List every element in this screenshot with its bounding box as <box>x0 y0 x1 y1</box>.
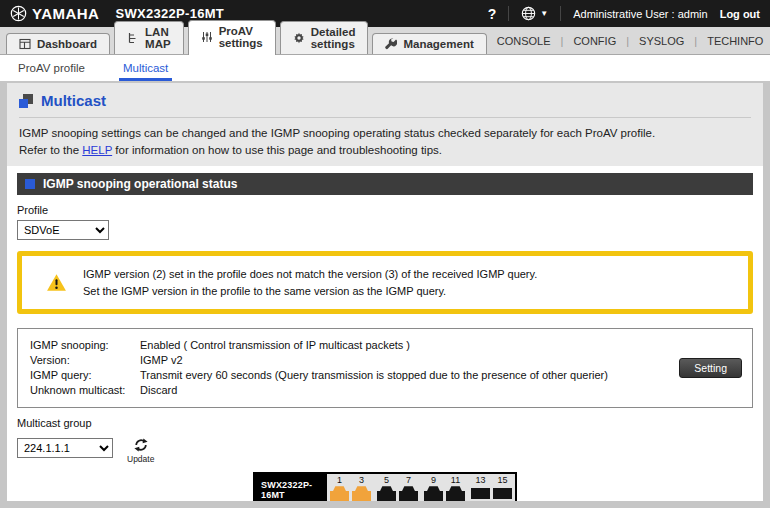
tab-proav-settings[interactable]: ProAV settings <box>188 20 276 55</box>
page-content: Multicast IGMP snooping settings can be … <box>7 83 763 501</box>
status-value: Transmit every 60 seconds (Query transmi… <box>140 368 698 383</box>
chassis-model-label: SWX2322P-16MT <box>255 474 327 501</box>
port-column: 12 <box>330 475 349 501</box>
port-number: 11 <box>451 475 460 485</box>
warning-line2: Set the IGMP version in the profile to t… <box>83 285 446 297</box>
title-band: Multicast IGMP snooping settings can be … <box>7 83 763 166</box>
dashboard-icon <box>19 38 31 50</box>
logout-button[interactable]: Log out <box>720 8 760 20</box>
section-header: IGMP snooping operational status <box>17 173 753 195</box>
port-number: 5 <box>384 475 389 485</box>
chevron-down-icon: ▼ <box>540 9 548 18</box>
separator <box>560 6 561 21</box>
status-row: IGMP query:Transmit every 60 seconds (Qu… <box>30 368 740 383</box>
status-row: Unknown multicast:Discard <box>30 383 740 398</box>
port-column: 1314 <box>471 475 490 501</box>
port-number: 7 <box>406 475 411 485</box>
warning-text: IGMP version (2) set in the profile does… <box>83 266 537 299</box>
port-11 <box>446 486 465 501</box>
port-7 <box>399 486 418 501</box>
port-column: 1112 <box>446 475 465 501</box>
profile-select[interactable]: SDVoE <box>17 220 109 240</box>
port-panel: 123456789101112131415Q16 <box>327 474 515 501</box>
port-13 <box>471 488 490 499</box>
port-number: 9 <box>431 475 436 485</box>
tab-label: Dashboard <box>37 38 97 50</box>
tab-label: ProAV settings <box>219 25 263 49</box>
warning-line1: IGMP version (2) set in the profile does… <box>83 268 537 280</box>
description-line1: IGMP snooping settings can be changed an… <box>19 127 655 139</box>
port-5 <box>377 486 396 501</box>
port-number: 3 <box>359 475 364 485</box>
port-3 <box>352 486 371 501</box>
status-label: Version: <box>30 353 140 368</box>
status-label: IGMP snooping: <box>30 338 140 353</box>
lan-map-icon <box>127 32 139 44</box>
port-15 <box>493 488 512 499</box>
port-column: 78 <box>399 475 418 501</box>
utility-link-config[interactable]: CONFIG <box>563 35 626 47</box>
profile-label: Profile <box>17 204 753 216</box>
update-label: Update <box>127 454 154 464</box>
proav-sliders-icon <box>201 31 213 43</box>
subtab-proav-profile[interactable]: ProAV profile <box>14 55 89 81</box>
tab-management[interactable]: Management <box>372 33 486 54</box>
section-marker-icon <box>25 179 35 189</box>
refresh-icon <box>133 437 149 453</box>
port-number: 15 <box>497 475 507 485</box>
status-label: IGMP query: <box>30 368 140 383</box>
utility-link-syslog[interactable]: SYSLOG <box>629 35 694 47</box>
tab-label: Detailed settings <box>311 26 356 50</box>
status-row: IGMP snooping:Enabled ( Control transmis… <box>30 338 740 353</box>
sub-nav-bar: ProAV profileMulticast <box>0 55 770 81</box>
tab-label: LAN MAP <box>145 26 171 50</box>
wrench-icon <box>385 38 397 50</box>
status-value: Discard <box>140 383 267 398</box>
switch-chassis-graphic: SWX2322P-16MT 123456789101112131415Q16 <box>253 472 517 501</box>
main-tabs: DashboardLAN MAPProAV settingsDetailed s… <box>6 20 487 54</box>
page-title-icon <box>19 94 33 108</box>
igmp-status-box: IGMP snooping:Enabled ( Control transmis… <box>17 328 753 407</box>
utility-link-techinfo[interactable]: TECHINFO <box>697 35 770 47</box>
page-title: Multicast <box>41 92 106 109</box>
device-model: SWX2322P-16MT <box>115 6 224 21</box>
separator <box>508 6 509 21</box>
status-label: Unknown multicast: <box>30 383 140 398</box>
globe-icon <box>521 6 536 21</box>
main-nav-bar: DashboardLAN MAPProAV settingsDetailed s… <box>0 27 770 55</box>
status-value: Enabled ( Control transmission of IP mul… <box>140 338 500 353</box>
port-number: 13 <box>475 475 485 485</box>
description-line2-prefix: Refer to the <box>19 144 82 156</box>
multicast-group-select[interactable]: 224.1.1.1 <box>17 438 113 458</box>
port-column: 56 <box>377 475 396 501</box>
utility-link-console[interactable]: CONSOLE <box>487 35 561 47</box>
tab-detailed-settings[interactable]: Detailed settings <box>280 21 369 54</box>
gear-icon <box>293 32 305 44</box>
help-link[interactable]: HELP <box>82 144 112 156</box>
tab-lan-map[interactable]: LAN MAP <box>114 21 184 54</box>
warning-triangle-icon <box>46 273 67 292</box>
help-icon[interactable]: ? <box>488 6 497 22</box>
logged-in-user: Administrative User : admin <box>573 8 708 20</box>
status-rows: IGMP snooping:Enabled ( Control transmis… <box>30 338 740 397</box>
tab-dashboard[interactable]: Dashboard <box>6 33 110 54</box>
multicast-group-label: Multicast group <box>17 417 753 429</box>
setting-button[interactable]: Setting <box>679 358 742 378</box>
port-column: 34 <box>352 475 371 501</box>
status-value: IGMP v2 <box>140 353 273 368</box>
port-number: 1 <box>337 475 342 485</box>
port-1 <box>330 486 349 501</box>
utility-links: CONSOLE|CONFIG|SYSLOG|TECHINFO <box>487 35 770 54</box>
language-selector[interactable]: ▼ <box>521 6 548 21</box>
port-9 <box>424 486 443 501</box>
page-frame: Multicast IGMP snooping settings can be … <box>0 81 770 508</box>
subtab-multicast[interactable]: Multicast <box>119 55 172 81</box>
section-title: IGMP snooping operational status <box>43 177 237 191</box>
port-column: 910 <box>424 475 443 501</box>
page-description: IGMP snooping settings can be changed an… <box>19 125 751 158</box>
description-line2-suffix: for information on how to use this page … <box>112 144 442 156</box>
warning-box: IGMP version (2) set in the profile does… <box>17 251 753 314</box>
status-row: Version:IGMP v2 <box>30 353 740 368</box>
port-column: 15Q16 <box>493 475 512 501</box>
update-button[interactable]: Update <box>127 437 154 464</box>
